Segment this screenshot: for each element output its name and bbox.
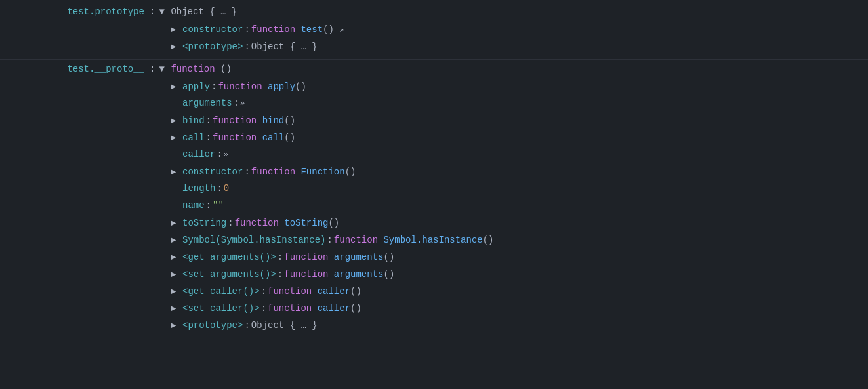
triangle-right-get-arguments[interactable]: ▶ <box>171 251 181 262</box>
func-name-Function: Function <box>300 167 344 177</box>
triangle-down-icon-2[interactable]: ▼ <box>159 64 169 74</box>
func-paren-2: () <box>220 64 232 74</box>
colon-10: : <box>206 200 211 211</box>
prototype-value: Object { … } <box>171 7 237 17</box>
func-paren-apply: () <box>295 81 306 92</box>
triangle-right-call[interactable]: ▶ <box>171 132 181 143</box>
chevron-arguments: » <box>240 99 245 108</box>
colon-12: : <box>327 235 332 245</box>
colon: : <box>244 24 249 35</box>
triangle-right-symbol[interactable]: ▶ <box>171 234 181 245</box>
sep-2: : <box>150 64 155 74</box>
colon-3: : <box>211 81 217 92</box>
set-caller-row[interactable]: ▶ <set caller()> : function caller () <box>0 301 868 318</box>
colon-2: : <box>244 41 249 52</box>
func-name-apply: apply <box>268 81 295 92</box>
obj-value-inner: Object { … } <box>251 41 318 52</box>
colon-14: : <box>278 269 283 279</box>
func-name-tostring: toString <box>284 218 328 228</box>
func-name-bind: bind <box>262 115 285 126</box>
func-keyword-bind: function <box>213 115 257 126</box>
func-paren: () <box>323 24 334 35</box>
triangle-right-tostring[interactable]: ▶ <box>171 217 181 228</box>
colon-17: : <box>244 320 249 331</box>
func-keyword-tostring: function <box>235 218 279 228</box>
triangle-right-constructor2[interactable]: ▶ <box>171 166 181 177</box>
func-name-call: call <box>262 133 285 143</box>
apply-row[interactable]: ▶ apply : function apply () <box>0 79 868 96</box>
constructor-row[interactable]: ▶ constructor : function test () ↗ <box>0 22 868 39</box>
obj-value-prototype2: Object { … } <box>251 320 318 331</box>
func-name-test: test <box>300 24 323 35</box>
func-keyword: function <box>251 24 295 35</box>
triangle-right-set-arguments[interactable]: ▶ <box>171 268 181 279</box>
func-keyword-call: function <box>213 133 257 143</box>
prop-key-name: name <box>182 200 205 211</box>
func-name-set-caller: caller <box>318 303 350 314</box>
triangle-right-icon-2[interactable]: ▶ <box>171 41 181 52</box>
tostring-row[interactable]: ▶ toString : function toString () <box>0 216 868 233</box>
set-arguments-row[interactable]: ▶ <set arguments()> : function arguments… <box>0 267 868 284</box>
func-paren-bind: () <box>284 115 295 126</box>
triangle-right-apply[interactable]: ▶ <box>171 81 181 92</box>
caller-row[interactable]: caller : » <box>0 148 868 165</box>
triangle-down-icon[interactable]: ▼ <box>159 7 169 17</box>
length-row[interactable]: length : 0 <box>0 182 868 199</box>
prop-key-constructor2: constructor <box>182 167 243 177</box>
prop-key-set-arguments: <set arguments()> <box>182 269 276 279</box>
arguments-row[interactable]: arguments : » <box>0 96 868 113</box>
console-panel: test.prototype : ▼ Object { … } ▶ constr… <box>0 0 868 389</box>
func-paren-constructor2: () <box>345 167 356 177</box>
prop-key-length: length <box>182 183 215 194</box>
colon-5: : <box>206 115 211 126</box>
triangle-right-icon[interactable]: ▶ <box>171 24 181 35</box>
bind-row[interactable]: ▶ bind : function bind () <box>0 113 868 131</box>
prop-key-prototype2: <prototype> <box>182 320 243 331</box>
triangle-right-get-caller[interactable]: ▶ <box>171 285 181 297</box>
link-icon: ↗ <box>339 25 344 35</box>
colon-8: : <box>244 167 249 177</box>
func-keyword-set-arguments: function <box>284 269 328 279</box>
func-keyword-get-arguments: function <box>284 252 328 262</box>
sep-1: : <box>150 7 155 17</box>
name-row[interactable]: name : "" <box>0 199 868 216</box>
func-name-get-arguments: arguments <box>334 252 384 262</box>
func-keyword-apply: function <box>218 81 262 92</box>
func-keyword-get-caller: function <box>268 286 312 297</box>
func-name-set-arguments: arguments <box>334 269 384 279</box>
triangle-right-bind[interactable]: ▶ <box>171 115 181 126</box>
func-paren-get-caller: () <box>350 286 362 297</box>
triangle-right-set-caller[interactable]: ▶ <box>171 302 181 314</box>
prototype2-row[interactable]: ▶ <prototype> : Object { … } <box>0 318 868 335</box>
prop-key-symbol: Symbol(Symbol.hasInstance) <box>182 235 325 245</box>
prop-key-tostring: toString <box>182 218 226 228</box>
prop-key-constructor: constructor <box>182 24 243 35</box>
colon-9: : <box>217 183 222 194</box>
colon-6: : <box>206 133 211 143</box>
colon-4: : <box>234 98 239 108</box>
prop-key-get-arguments: <get arguments()> <box>182 252 276 262</box>
prop-key-set-caller: <set caller()> <box>182 303 260 314</box>
call-row[interactable]: ▶ call : function call () <box>0 131 868 148</box>
get-arguments-row[interactable]: ▶ <get arguments()> : function arguments… <box>0 250 868 267</box>
colon-15: : <box>261 286 266 297</box>
test-proto-row[interactable]: test.__proto__ : ▼ function () <box>0 62 868 79</box>
name-value: "" <box>213 200 224 211</box>
func-keyword-constructor2: function <box>251 167 295 177</box>
length-value: 0 <box>224 183 229 194</box>
func-paren-call: () <box>284 133 295 143</box>
colon-13: : <box>278 252 283 262</box>
key-test-prototype: test.prototype <box>5 7 150 17</box>
prop-key-arguments: arguments <box>182 98 232 108</box>
prop-key-get-caller: <get caller()> <box>182 286 260 297</box>
func-paren-get-arguments: () <box>383 252 394 262</box>
prototype-inner-row[interactable]: ▶ <prototype> : Object { … } <box>0 39 868 56</box>
get-caller-row[interactable]: ▶ <get caller()> : function caller () <box>0 284 868 301</box>
prop-key-call: call <box>182 133 205 143</box>
constructor2-row[interactable]: ▶ constructor : function Function () <box>0 165 868 182</box>
test-prototype-row[interactable]: test.prototype : ▼ Object { … } <box>0 5 868 22</box>
func-paren-set-caller: () <box>350 303 362 314</box>
triangle-right-prototype2[interactable]: ▶ <box>171 319 181 331</box>
chevron-caller: » <box>224 150 228 159</box>
symbol-row[interactable]: ▶ Symbol(Symbol.hasInstance) : function … <box>0 233 868 250</box>
